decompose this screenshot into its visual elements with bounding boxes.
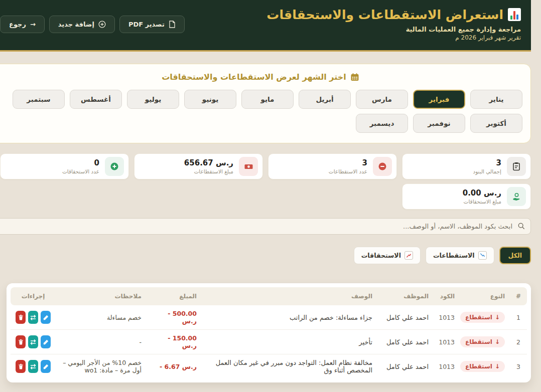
delete-button[interactable] [16,360,26,373]
month-selector-card: اختر الشهر لعرض الاستقطاعات والاستحقاقات… [0,64,531,143]
stat-card-entitlements-amount: 0.00 ر.س مبلغ الاستحقاقات [402,183,531,210]
edit-button[interactable] [41,335,51,348]
month-button-february[interactable]: فبراير [413,90,465,109]
swap-arrows-icon [30,363,37,370]
table-header-row: # النوع الكود الموظف الوصف المبلغ ملاحظا… [11,287,527,305]
search-bar [0,218,531,235]
plus-circle-icon [98,21,106,28]
record-description: تأخير [202,330,377,354]
chart-up-icon [404,251,413,260]
month-button-april[interactable]: أبريل [299,90,351,109]
swap-button[interactable] [28,335,38,348]
record-amount: - 150.00 ر.س [147,330,202,354]
bar-chart-icon [508,8,521,21]
stats-row: 3 إجمالي البنود 3 عدد الاستقطاعات 656.67… [0,153,531,210]
column-header-type: النوع [460,287,510,305]
delete-button[interactable] [16,311,26,324]
plus-circle-icon [105,157,124,176]
type-badge-deduction: ↓ استقطاع [460,336,505,347]
row-actions [16,311,51,324]
month-button-june[interactable]: يونيو [184,90,236,109]
records-table-card: # النوع الكود الموظف الوصف المبلغ ملاحظا… [7,283,531,382]
minus-circle-icon [373,157,392,176]
calendar-icon [350,73,359,82]
swap-button[interactable] [28,311,38,324]
stat-value: 656.67 ر.س [184,158,233,167]
record-notes: خصم 10% من الأجر اليومي – أول مرة – مادة… [56,354,147,379]
stat-label: مبلغ الاستقطاعات [184,168,233,174]
hand-money-icon [507,187,526,206]
filter-all-button[interactable]: الكل [499,247,531,264]
arrow-down-icon: ↓ [495,314,500,321]
column-header-actions: إجراءات [11,287,56,305]
swap-button[interactable] [28,360,38,373]
search-input[interactable] [0,218,531,235]
chart-down-icon [478,251,487,260]
export-pdf-button[interactable]: تصدير PDF [119,16,185,33]
table-row: 3 ↓ استقطاع 1013 احمد علي كامل مخالفة نظ… [11,354,527,379]
record-amount: - 500.00 ر.س [147,305,202,330]
record-description: مخالفة نظام العمل: التواجد دون مبرر في غ… [202,354,377,379]
record-notes: - [56,330,147,354]
column-header-code: الكود [434,287,460,305]
arrow-down-icon: ↓ [495,363,500,370]
row-number: 3 [510,354,527,379]
pencil-icon [43,363,49,370]
edit-button[interactable] [41,311,51,324]
swap-arrows-icon [30,314,37,321]
trash-icon [18,314,24,321]
month-button-october[interactable]: أكتوبر [470,114,522,133]
back-button[interactable]: → رجوع [0,16,45,33]
row-actions [16,360,51,373]
employee-code: 1013 [434,354,460,379]
stat-value: 0 [62,158,99,167]
month-button-september[interactable]: سبتمبر [13,90,65,109]
edit-button[interactable] [41,360,51,373]
records-table: # النوع الكود الموظف الوصف المبلغ ملاحظا… [11,287,527,378]
stat-value: 3 [473,158,501,167]
column-header-amount: المبلغ [147,287,202,305]
month-button-march[interactable]: مارس [356,90,408,109]
filter-entitlements-button[interactable]: الاستحقاقات [354,247,421,264]
page-header: استعراض الاستقطاعات والاستحقاقات مراجعة … [0,0,531,52]
back-arrow-icon: → [30,21,36,28]
record-notes: خصم مساءلة [56,305,147,330]
stat-label: عدد الاستحقاقات [62,168,99,174]
add-new-button[interactable]: إضافة جديد [49,16,115,33]
trash-icon [18,339,24,345]
employee-code: 1013 [434,330,460,354]
record-amount: - 6.67 ر.س [147,354,202,379]
month-button-july[interactable]: يوليو [127,90,179,109]
header-subtitle: مراجعة وإدارة جميع العمليات المالية [266,26,521,33]
row-actions [16,335,51,348]
type-badge-deduction: ↓ استقطاع [460,312,505,323]
header-actions: تصدير PDF إضافة جديد → رجوع [0,16,185,33]
stat-card-deductions-amount: 656.67 ر.س مبلغ الاستقطاعات [134,153,263,179]
trash-icon [18,363,24,370]
column-header-notes: ملاحظات [56,287,147,305]
arrow-down-icon: ↓ [495,338,500,345]
stat-card-entitlements-count: 0 عدد الاستحقاقات [0,153,129,179]
pencil-icon [43,314,49,321]
stat-label: عدد الاستقطاعات [329,168,367,174]
delete-button[interactable] [16,335,26,348]
month-button-may[interactable]: مايو [241,90,294,109]
employee-name: احمد علي كامل [377,354,434,379]
stat-card-total-items: 3 إجمالي البنود [402,153,531,179]
row-number: 2 [510,330,527,354]
month-button-january[interactable]: يناير [470,90,522,109]
page-container: استعراض الاستقطاعات والاستحقاقات مراجعة … [0,0,531,382]
filter-deductions-button[interactable]: الاستقطاعات [426,247,494,264]
month-button-december[interactable]: ديسمبر [356,114,408,133]
search-icon [517,222,525,232]
column-header-employee: الموظف [377,287,434,305]
table-row: 1 ↓ استقطاع 1013 احمد علي كامل جزاء مساء… [11,305,527,330]
stat-card-deductions-count: 3 عدد الاستقطاعات [268,153,397,179]
swap-arrows-icon [30,339,37,345]
month-selector-title: اختر الشهر لعرض الاستقطاعات والاستحقاقات [0,72,522,82]
stat-label: مبلغ الاستحقاقات [463,199,501,205]
clipboard-icon [507,157,526,176]
column-header-description: الوصف [202,287,377,305]
month-button-august[interactable]: أغسطس [70,90,122,109]
month-button-november[interactable]: نوفمبر [413,114,465,133]
